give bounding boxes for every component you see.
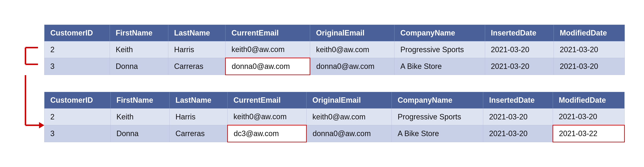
col-header-firstname-2: FirstName: [110, 92, 170, 108]
cell-inserteddate: 2021-03-20: [485, 58, 554, 75]
col-header-customerid-1: CustomerID: [44, 25, 110, 41]
cell-customerid: 2: [44, 41, 110, 58]
cell-originalemail: donna0@aw.com: [306, 125, 392, 142]
col-header-lastname-1: LastName: [168, 25, 226, 41]
cell-firstname: Donna: [110, 58, 168, 75]
cell-lastname: Carreras: [170, 125, 228, 142]
table-row: 2 Keith Harris keith0@aw.com keith0@aw.c…: [44, 108, 624, 125]
cell-customerid: 3: [44, 58, 110, 75]
col-header-currentemail-1: CurrentEmail: [226, 25, 310, 41]
cell-inserteddate: 2021-03-20: [483, 108, 553, 125]
table-row: 3 Donna Carreras dc3@aw.com donna0@aw.co…: [44, 125, 624, 142]
cell-companyname: A Bike Store: [394, 58, 485, 75]
col-header-firstname-1: FirstName: [110, 25, 168, 41]
section-gap: [19, 75, 625, 92]
col-header-originalemail-2: OriginalEmail: [306, 92, 392, 108]
bottom-section: CustomerID FirstName LastName CurrentEma…: [19, 92, 625, 142]
cell-lastname: Harris: [168, 41, 226, 58]
cell-currentemail cell-highlighted: donna0@aw.com: [226, 58, 310, 75]
col-header-currentemail-2: CurrentEmail: [228, 92, 306, 108]
col-header-companyname-1: CompanyName: [394, 25, 485, 41]
cell-originalemail: donna0@aw.com: [310, 58, 394, 75]
bottom-table: CustomerID FirstName LastName CurrentEma…: [44, 92, 625, 142]
cell-modifieddate: 2021-03-20: [553, 108, 624, 125]
cell-firstname: Donna: [110, 125, 170, 142]
cell-currentemail cell-highlighted: dc3@aw.com: [228, 125, 306, 142]
vertical-connector: [21, 75, 44, 92]
cell-companyname: Progressive Sports: [394, 41, 485, 58]
top-section: CustomerID FirstName LastName CurrentEma…: [19, 25, 625, 75]
cell-customerid: 3: [44, 125, 111, 142]
cell-currentemail: keith0@aw.com: [226, 41, 310, 58]
col-header-modifieddate-1: ModifiedDate: [554, 25, 625, 41]
cell-lastname: Harris: [170, 108, 228, 125]
cell-modifieddate: 2021-03-20: [554, 41, 625, 58]
cell-inserteddate: 2021-03-20: [485, 41, 554, 58]
cell-inserteddate: 2021-03-20: [483, 125, 553, 142]
main-container: CustomerID FirstName LastName CurrentEma…: [19, 25, 625, 142]
col-header-originalemail-1: OriginalEmail: [310, 25, 394, 41]
cell-currentemail: keith0@aw.com: [228, 108, 306, 125]
bottom-table-wrapper: CustomerID FirstName LastName CurrentEma…: [44, 92, 625, 142]
cell-firstname: Keith: [110, 41, 168, 58]
col-header-inserteddate-2: InsertedDate: [483, 92, 553, 108]
bottom-arrow: [21, 92, 44, 130]
col-header-inserteddate-1: InsertedDate: [485, 25, 554, 41]
col-header-companyname-2: CompanyName: [392, 92, 483, 108]
svg-marker-6: [39, 122, 44, 128]
cell-modifieddate: 2021-03-20: [554, 58, 625, 75]
cell-companyname: Progressive Sports: [392, 108, 483, 125]
cell-modifieddate cell-highlighted: 2021-03-22: [553, 125, 624, 142]
table-row: 2 Keith Harris keith0@aw.com keith0@aw.c…: [44, 41, 625, 58]
cell-lastname: Carreras: [168, 58, 226, 75]
cell-originalemail: keith0@aw.com: [310, 41, 394, 58]
col-header-lastname-2: LastName: [170, 92, 228, 108]
col-header-customerid-2: CustomerID: [44, 92, 111, 108]
cell-companyname: A Bike Store: [392, 125, 483, 142]
cell-firstname: Keith: [110, 108, 170, 125]
col-header-modifieddate-2: ModifiedDate: [553, 92, 624, 108]
top-table-wrapper: CustomerID FirstName LastName CurrentEma…: [44, 25, 625, 75]
cell-customerid: 2: [44, 108, 111, 125]
cell-originalemail: keith0@aw.com: [306, 108, 392, 125]
table-row: 3 Donna Carreras donna0@aw.com donna0@aw…: [44, 58, 625, 75]
top-table: CustomerID FirstName LastName CurrentEma…: [44, 25, 625, 75]
